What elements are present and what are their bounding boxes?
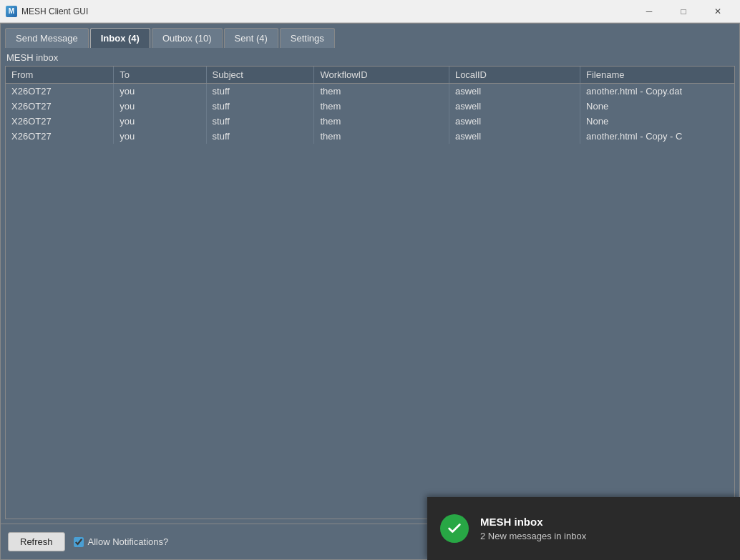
allow-notifications-label[interactable]: Allow Notifications? bbox=[74, 536, 169, 547]
cell-subject: stuff bbox=[206, 129, 314, 144]
tab-settings[interactable]: Settings bbox=[280, 28, 335, 48]
cell-to: you bbox=[114, 99, 206, 114]
minimize-button[interactable]: ─ bbox=[633, 0, 666, 23]
tab-outbox[interactable]: Outbox (10) bbox=[152, 28, 223, 48]
cell-from: X26OT27 bbox=[6, 114, 114, 129]
table-row[interactable]: X26OT27youstuffthemaswellanother.html - … bbox=[6, 129, 734, 144]
section-title: MESH inbox bbox=[5, 52, 735, 63]
col-header-workflow[interactable]: WorkflowID bbox=[314, 67, 449, 84]
toast-message: 2 New messages in inbox bbox=[480, 531, 586, 541]
cell-from: X26OT27 bbox=[6, 129, 114, 144]
cell-local: aswell bbox=[449, 129, 580, 144]
inbox-data-table: X26OT27youstuffthemaswellanother.html - … bbox=[6, 84, 734, 144]
cell-from: X26OT27 bbox=[6, 84, 114, 99]
col-header-to[interactable]: To bbox=[114, 67, 206, 84]
col-header-from[interactable]: From bbox=[6, 67, 114, 84]
cell-to: you bbox=[114, 84, 206, 99]
checkmark-icon bbox=[447, 521, 462, 536]
main-window: Send Message Inbox (4) Outbox (10) Sent … bbox=[0, 23, 740, 560]
allow-notifications-checkbox[interactable] bbox=[74, 537, 84, 547]
col-header-local[interactable]: LocalID bbox=[449, 67, 580, 84]
title-bar: M MESH Client GUI ─ □ ✕ bbox=[0, 0, 740, 23]
allow-notifications-text: Allow Notifications? bbox=[88, 536, 169, 547]
col-header-filename[interactable]: Filename bbox=[580, 67, 734, 84]
cell-local: aswell bbox=[449, 99, 580, 114]
cell-from: X26OT27 bbox=[6, 99, 114, 114]
cell-local: aswell bbox=[449, 114, 580, 129]
cell-workflow: them bbox=[314, 129, 449, 144]
cell-subject: stuff bbox=[206, 84, 314, 99]
app-icon: M bbox=[6, 6, 17, 17]
tab-inbox[interactable]: Inbox (4) bbox=[90, 28, 150, 48]
window-title: MESH Client GUI bbox=[21, 6, 633, 16]
table-header: From To Subject WorkflowID LocalID Filen… bbox=[6, 67, 734, 84]
close-button[interactable]: ✕ bbox=[701, 0, 734, 23]
cell-filename: None bbox=[580, 99, 734, 114]
toast-title: MESH inbox bbox=[480, 516, 586, 528]
maximize-button[interactable]: □ bbox=[667, 0, 700, 23]
tab-send-message[interactable]: Send Message bbox=[5, 28, 89, 48]
inbox-table-container: From To Subject WorkflowID LocalID Filen… bbox=[5, 66, 735, 519]
cell-subject: stuff bbox=[206, 99, 314, 114]
tab-bar: Send Message Inbox (4) Outbox (10) Sent … bbox=[1, 24, 739, 48]
cell-to: you bbox=[114, 129, 206, 144]
table-scroll-area[interactable]: X26OT27youstuffthemaswellanother.html - … bbox=[6, 84, 734, 519]
table-row[interactable]: X26OT27youstuffthemaswellanother.html - … bbox=[6, 84, 734, 99]
window-controls: ─ □ ✕ bbox=[633, 0, 734, 23]
cell-workflow: them bbox=[314, 99, 449, 114]
cell-filename: None bbox=[580, 114, 734, 129]
refresh-button[interactable]: Refresh bbox=[8, 532, 65, 551]
table-row[interactable]: X26OT27youstuffthemaswellNone bbox=[6, 114, 734, 129]
content-area: MESH inbox From To Subject WorkflowID Lo… bbox=[1, 48, 739, 524]
toast-icon bbox=[440, 514, 469, 543]
cell-filename: another.html - Copy - C bbox=[580, 129, 734, 144]
table-body: X26OT27youstuffthemaswellanother.html - … bbox=[6, 84, 734, 144]
tab-sent[interactable]: Sent (4) bbox=[224, 28, 278, 48]
table-row[interactable]: X26OT27youstuffthemaswellNone bbox=[6, 99, 734, 114]
inbox-table: From To Subject WorkflowID LocalID Filen… bbox=[6, 67, 734, 84]
cell-workflow: them bbox=[314, 114, 449, 129]
cell-local: aswell bbox=[449, 84, 580, 99]
cell-to: you bbox=[114, 114, 206, 129]
toast-notification: MESH inbox 2 New messages in inbox bbox=[427, 497, 740, 560]
cell-filename: another.html - Copy.dat bbox=[580, 84, 734, 99]
col-header-subject[interactable]: Subject bbox=[206, 67, 314, 84]
toast-content: MESH inbox 2 New messages in inbox bbox=[480, 516, 586, 541]
cell-subject: stuff bbox=[206, 114, 314, 129]
cell-workflow: them bbox=[314, 84, 449, 99]
